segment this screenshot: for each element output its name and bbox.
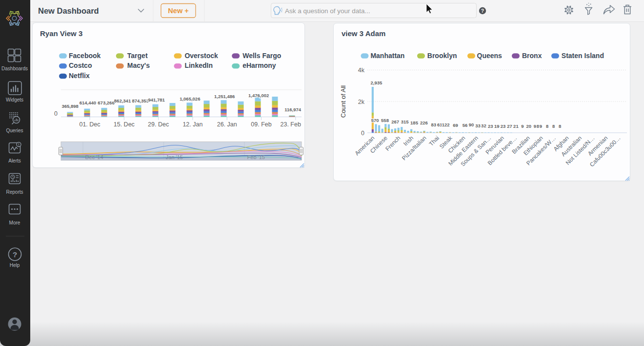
svg-text:Queens: Queens xyxy=(477,52,503,60)
svg-text:2k: 2k xyxy=(358,99,365,105)
svg-text:Target: Target xyxy=(127,52,148,60)
svg-text:15. Dec: 15. Dec xyxy=(114,121,135,128)
svg-text:19: 19 xyxy=(494,123,500,129)
svg-text:1,065,026: 1,065,026 xyxy=(180,96,200,102)
svg-text:614,440: 614,440 xyxy=(80,100,96,105)
svg-text:Reports: Reports xyxy=(6,189,23,195)
svg-text:2,935: 2,935 xyxy=(371,80,382,85)
svg-text:Macy's: Macy's xyxy=(127,61,150,69)
svg-text:9: 9 xyxy=(540,123,542,129)
svg-text:?: ? xyxy=(481,8,484,14)
svg-text:Alerts: Alerts xyxy=(8,158,21,163)
svg-text:New Dashboard: New Dashboard xyxy=(38,6,99,15)
svg-text:90: 90 xyxy=(469,122,474,127)
svg-text:21: 21 xyxy=(513,123,519,129)
svg-text:0: 0 xyxy=(54,110,58,117)
svg-text:Netflix: Netflix xyxy=(69,72,90,80)
svg-text:view 3 Adam: view 3 Adam xyxy=(342,29,385,38)
svg-text:941,781: 941,781 xyxy=(148,97,165,102)
svg-text:23: 23 xyxy=(501,123,506,129)
svg-text:French: French xyxy=(384,135,402,152)
svg-text:Staten Island: Staten Island xyxy=(562,52,604,60)
svg-text:Bronx: Bronx xyxy=(522,52,542,60)
svg-text:570: 570 xyxy=(371,118,379,123)
svg-text:Help: Help xyxy=(10,263,20,268)
svg-text:Brooklyn: Brooklyn xyxy=(427,52,457,60)
svg-text:Pizza/Italian: Pizza/Italian xyxy=(401,135,428,162)
svg-text:33: 33 xyxy=(475,123,481,128)
svg-text:23. Feb: 23. Feb xyxy=(281,121,301,128)
svg-text:116,974: 116,974 xyxy=(284,107,302,112)
svg-text:Widgets: Widgets xyxy=(6,97,23,102)
svg-text:29. Dec: 29. Dec xyxy=(148,121,169,128)
svg-text:8: 8 xyxy=(546,123,548,129)
svg-text:315: 315 xyxy=(401,119,409,124)
svg-text:8: 8 xyxy=(552,123,555,129)
svg-text:9: 9 xyxy=(534,123,536,129)
svg-text:32: 32 xyxy=(481,123,486,128)
svg-text:09. Feb: 09. Feb xyxy=(251,121,271,128)
svg-text:eHarmony: eHarmony xyxy=(242,61,276,69)
svg-text:More: More xyxy=(9,220,20,225)
svg-text:365,898: 365,898 xyxy=(62,103,79,109)
svg-text:Overstock: Overstock xyxy=(184,52,218,60)
svg-text:267: 267 xyxy=(391,119,399,124)
svg-text:226: 226 xyxy=(420,120,428,125)
svg-text:26. Jan: 26. Jan xyxy=(217,121,237,128)
svg-text:23: 23 xyxy=(488,123,493,129)
svg-text:27: 27 xyxy=(507,123,512,129)
svg-text:Costco: Costco xyxy=(69,61,92,69)
svg-text:Ryan View 3: Ryan View 3 xyxy=(40,29,82,38)
svg-text:12. Jan: 12. Jan xyxy=(182,121,202,128)
svg-text:8: 8 xyxy=(537,123,539,129)
svg-text:56: 56 xyxy=(463,122,468,128)
svg-text:874,353: 874,353 xyxy=(132,98,148,103)
svg-text:Jan '15: Jan '15 xyxy=(166,154,183,160)
svg-text:Facebook: Facebook xyxy=(69,52,101,60)
svg-text:Queries: Queries xyxy=(6,128,23,133)
svg-text:Dec '14: Dec '14 xyxy=(85,154,103,160)
svg-text:Ask a question of your data...: Ask a question of your data... xyxy=(285,7,370,15)
svg-text:Wells Fargo: Wells Fargo xyxy=(242,52,281,60)
svg-text:673,266: 673,266 xyxy=(98,100,114,105)
svg-text:9: 9 xyxy=(521,123,523,129)
svg-text:69: 69 xyxy=(453,122,458,128)
svg-text:8: 8 xyxy=(559,123,561,129)
svg-text:185: 185 xyxy=(410,120,419,125)
svg-text:4k: 4k xyxy=(358,67,365,74)
svg-text:Manhattan: Manhattan xyxy=(370,52,404,60)
svg-text:New +: New + xyxy=(168,7,188,15)
svg-text:1,476,002: 1,476,002 xyxy=(248,93,269,98)
svg-text:Feb '15: Feb '15 xyxy=(247,154,265,160)
svg-text:01. Dec: 01. Dec xyxy=(79,121,100,128)
svg-text:558: 558 xyxy=(381,118,389,123)
svg-text:1,251,486: 1,251,486 xyxy=(214,94,235,99)
svg-text:862,341: 862,341 xyxy=(114,98,131,103)
svg-text:0: 0 xyxy=(361,130,364,137)
svg-text:83: 83 xyxy=(431,122,437,127)
svg-text:122: 122 xyxy=(442,122,450,127)
svg-text:?: ? xyxy=(13,250,17,259)
svg-text:20: 20 xyxy=(526,123,532,129)
svg-text:LinkedIn: LinkedIn xyxy=(184,61,213,69)
svg-text:Dashboards: Dashboards xyxy=(1,66,28,71)
svg-text:Count of All: Count of All xyxy=(340,85,347,118)
